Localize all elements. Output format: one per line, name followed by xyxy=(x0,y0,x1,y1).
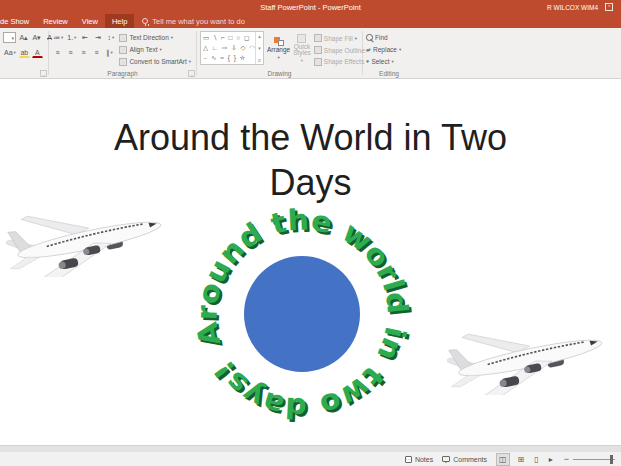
numbering-button[interactable]: 1.▾ xyxy=(66,32,77,43)
drawing-group-label: Drawing xyxy=(197,70,362,77)
ribbon: ▾ A▴ A▾ A Aa▾ ab A ⌟ ≔▾ 1.▾ ⇤ xyxy=(0,28,621,79)
normal-view-button[interactable]: ◫ xyxy=(496,453,510,466)
ribbon-display-options-icon[interactable]: ⌃ xyxy=(605,3,613,11)
lightbulb-icon xyxy=(142,18,148,24)
title-bar: Staff PowerPoint - PowerPoint R WILCOX W… xyxy=(0,0,621,14)
font-color-button[interactable]: A xyxy=(32,47,43,58)
globe-circle xyxy=(244,256,360,372)
gallery-more-icon[interactable]: ≡ xyxy=(258,57,261,63)
shapes-row[interactable]: ⌣ ∿ ≈ { } ☆ xyxy=(203,54,253,62)
zoom-control: − xyxy=(564,454,615,464)
shape-effects-icon xyxy=(314,58,322,66)
line-spacing-button[interactable]: ↕▾ xyxy=(105,32,116,43)
font-group: ▾ A▴ A▾ A Aa▾ ab A ⌟ xyxy=(0,28,48,78)
shape-outline-button[interactable]: Shape Outline▾ xyxy=(314,45,369,56)
shapes-row[interactable]: ▭ ∖ ⌐ □ ○ ◻ xyxy=(203,34,253,42)
zoom-out-button[interactable]: − xyxy=(564,454,569,464)
convert-smartart-button[interactable]: Convert to SmartArt▾ xyxy=(119,56,191,67)
powerpoint-window: Staff PowerPoint - PowerPoint R WILCOX W… xyxy=(0,0,621,466)
tell-me-box[interactable]: Tell me what you want to do xyxy=(134,14,253,28)
shape-fill-icon xyxy=(314,34,322,42)
change-case-button[interactable]: Aa▾ xyxy=(3,47,17,58)
ribbon-tab-row: de Show Review View Help Tell me what yo… xyxy=(0,14,621,28)
reading-view-button[interactable]: ▯ xyxy=(532,454,540,465)
columns-button[interactable]: ∥▾ xyxy=(104,47,115,58)
shapes-gallery[interactable]: ▭ ∖ ⌐ □ ○ ◻ △ ∟ ⇨ ⇩ ◇ ◠ ⌣ ∿ ≈ { } ☆ ▴ ▾ … xyxy=(200,31,264,65)
shape-fill-button[interactable]: Shape Fill▾ xyxy=(314,33,369,44)
arrange-icon xyxy=(274,37,284,46)
select-cursor-icon: ⌖ xyxy=(366,58,369,65)
tell-me-label: Tell me what you want to do xyxy=(152,17,245,26)
shape-outline-icon xyxy=(314,46,322,54)
signed-in-user: R WILCOX WIM4 xyxy=(547,4,598,11)
paragraph-dialog-launcher-icon[interactable]: ⌟ xyxy=(188,70,195,77)
tab-help[interactable]: Help xyxy=(105,14,134,28)
quick-styles-button[interactable]: Quick Styles ▾ xyxy=(293,31,311,67)
scroll-up-icon[interactable]: ▴ xyxy=(258,33,261,39)
align-center-button[interactable]: ≡ xyxy=(65,47,76,58)
text-direction-button[interactable]: Text Direction▾ xyxy=(119,32,191,43)
shapes-gallery-scrollbar[interactable]: ▴ ▾ ≡ xyxy=(255,32,263,64)
editing-group-label: Editing xyxy=(363,70,415,77)
shapes-row[interactable]: △ ∟ ⇨ ⇩ ◇ ◠ xyxy=(203,44,253,52)
comments-button[interactable]: Comments xyxy=(442,456,487,463)
window-title: Staff PowerPoint - PowerPoint xyxy=(0,3,621,12)
align-text-icon xyxy=(119,46,127,54)
grow-font-button[interactable]: A▴ xyxy=(18,32,29,43)
find-button[interactable]: Find xyxy=(366,32,401,43)
shape-effects-button[interactable]: Shape Effects▾ xyxy=(314,56,369,67)
zoom-slider-handle[interactable] xyxy=(610,455,613,464)
shrink-font-button[interactable]: A▾ xyxy=(31,32,42,43)
scroll-down-icon[interactable]: ▾ xyxy=(258,45,261,51)
arrange-button[interactable]: Arrange ▾ xyxy=(267,31,290,67)
replace-icon: ⇄ xyxy=(366,46,371,53)
status-bar: Notes Comments ◫ ⊞ ▯ ▸ − xyxy=(0,452,621,466)
chevron-down-icon: ▾ xyxy=(11,35,14,41)
paragraph-group: ≔▾ 1.▾ ⇤ ⇥ ↕▾ ≡ ≡ ≡ ≡ ∥▾ Text Direction▾… xyxy=(49,28,196,78)
align-left-button[interactable]: ≡ xyxy=(52,47,63,58)
align-right-button[interactable]: ≡ xyxy=(78,47,89,58)
chevron-down-icon: ▾ xyxy=(14,50,16,55)
decrease-indent-button[interactable]: ⇤ xyxy=(79,32,90,43)
notes-button[interactable]: Notes xyxy=(405,456,433,463)
zoom-slider[interactable] xyxy=(573,459,615,460)
drawing-group: ▭ ∖ ⌐ □ ○ ◻ △ ∟ ⇨ ⇩ ◇ ◠ ⌣ ∿ ≈ { } ☆ ▴ ▾ … xyxy=(197,28,362,78)
replace-button[interactable]: ⇄Replace▾ xyxy=(366,44,401,55)
text-highlight-button[interactable]: ab xyxy=(19,47,30,58)
airplane-image-right[interactable] xyxy=(446,309,614,395)
slide-canvas[interactable]: Around the World in Two Days xyxy=(0,79,621,446)
wordart-globe-graphic[interactable]: Around the world in two days! Around the… xyxy=(184,196,420,432)
comments-icon xyxy=(442,456,450,462)
notes-icon xyxy=(405,456,412,463)
text-direction-icon xyxy=(119,34,127,42)
horizontal-scroll-strip[interactable] xyxy=(0,445,621,452)
font-size-combobox[interactable]: ▾ xyxy=(3,32,16,43)
search-icon xyxy=(366,34,373,41)
bullets-button[interactable]: ≔▾ xyxy=(52,32,64,43)
font-dialog-launcher-icon[interactable]: ⌟ xyxy=(40,70,47,77)
justify-button[interactable]: ≡ xyxy=(91,47,102,58)
quick-styles-icon xyxy=(297,34,306,43)
increase-indent-button[interactable]: ⇥ xyxy=(92,32,103,43)
align-text-button[interactable]: Align Text▾ xyxy=(119,44,191,55)
slide-sorter-view-button[interactable]: ⊞ xyxy=(516,454,527,465)
paragraph-group-label: Paragraph xyxy=(49,70,196,77)
editing-group: Find ⇄Replace▾ ⌖Select▾ Editing xyxy=(363,28,415,78)
slide-title-line1: Around the World in Two xyxy=(0,115,621,160)
slideshow-view-button[interactable]: ▸ xyxy=(547,454,555,465)
tab-slide-show[interactable]: de Show xyxy=(0,14,36,28)
tab-review[interactable]: Review xyxy=(36,14,75,28)
select-button[interactable]: ⌖Select▾ xyxy=(366,56,401,67)
smartart-icon xyxy=(119,58,127,66)
tab-view[interactable]: View xyxy=(75,14,105,28)
airplane-image-left[interactable] xyxy=(6,191,172,277)
